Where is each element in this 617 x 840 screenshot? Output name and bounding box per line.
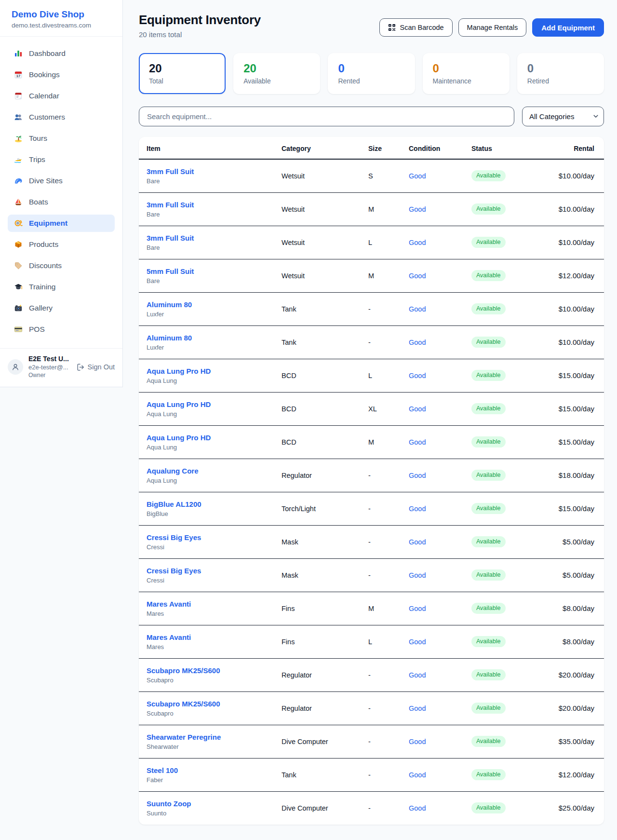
sidebar-item-tours[interactable]: Tours: [8, 130, 115, 147]
item-condition-link[interactable]: Good: [409, 638, 426, 646]
manage-rentals-button[interactable]: Manage Rentals: [458, 18, 527, 37]
item-name-link[interactable]: Scubapro MK25/S600: [147, 666, 220, 675]
add-equipment-button[interactable]: Add Equipment: [532, 18, 604, 37]
sidebar-item-customers[interactable]: Customers: [8, 108, 115, 126]
stat-card-maintenance[interactable]: 0 Maintenance: [423, 53, 510, 94]
calendar-icon: [14, 92, 23, 100]
item-name-link[interactable]: Steel 100: [147, 766, 178, 774]
table-row: BigBlue AL1200 BigBlue Torch/Light - Goo…: [139, 492, 604, 525]
item-condition-link[interactable]: Good: [409, 405, 426, 413]
status-badge: Available: [471, 370, 506, 381]
user-email: e2e-tester@...: [28, 364, 69, 371]
item-category: Torch/Light: [282, 492, 368, 525]
item-condition-link[interactable]: Good: [409, 738, 426, 745]
brand-link[interactable]: Demo Dive Shop: [12, 9, 111, 20]
item-condition-link[interactable]: Good: [409, 671, 426, 679]
table-row: Mares Avanti Mares Fins M Good Available…: [139, 592, 604, 625]
item-condition-link[interactable]: Good: [409, 771, 426, 779]
item-brand: BigBlue: [147, 510, 282, 517]
item-name-link[interactable]: Cressi Big Eyes: [147, 533, 201, 542]
sign-out-button[interactable]: Sign Out: [77, 363, 115, 371]
sidebar-item-gallery[interactable]: Gallery: [8, 299, 115, 317]
item-condition-link[interactable]: Good: [409, 472, 426, 479]
status-badge: Available: [471, 203, 506, 215]
item-name-link[interactable]: Shearwater Peregrine: [147, 733, 221, 741]
stat-card-rented[interactable]: 0 Rented: [328, 53, 415, 94]
sidebar-item-calendar[interactable]: Calendar: [8, 87, 115, 105]
item-name-link[interactable]: Cressi Big Eyes: [147, 567, 201, 575]
item-brand: Scubapro: [147, 710, 282, 717]
stat-card-available[interactable]: 20 Available: [233, 53, 320, 94]
sidebar-item-products[interactable]: Products: [8, 236, 115, 253]
item-rental: $35.00/day: [547, 725, 604, 758]
item-name-link[interactable]: 3mm Full Suit: [147, 234, 194, 242]
item-size: -: [368, 758, 409, 791]
sidebar-item-dive-sites[interactable]: Dive Sites: [8, 172, 115, 190]
sidebar-item-bookings[interactable]: 17 Bookings: [8, 66, 115, 83]
gallery-icon: [14, 304, 23, 312]
scan-barcode-button[interactable]: Scan Barcode: [379, 18, 452, 37]
category-select[interactable]: All Categories: [522, 107, 604, 126]
pos-icon: [14, 325, 23, 334]
item-condition-link[interactable]: Good: [409, 205, 426, 213]
item-name-link[interactable]: Aqua Lung Pro HD: [147, 400, 211, 408]
item-name-link[interactable]: Aqua Lung Pro HD: [147, 367, 211, 375]
item-category: Mask: [282, 558, 368, 592]
status-badge: Available: [471, 436, 506, 447]
item-condition-link[interactable]: Good: [409, 804, 426, 812]
item-rental: $12.00/day: [547, 259, 604, 292]
item-category: Mask: [282, 525, 368, 558]
item-condition-link[interactable]: Good: [409, 605, 426, 612]
stats-cards: 20 Total 20 Available 0 Rented 0 Mainten…: [139, 53, 604, 94]
item-condition-link[interactable]: Good: [409, 438, 426, 446]
item-category: Tank: [282, 325, 368, 359]
item-condition-link[interactable]: Good: [409, 339, 426, 346]
item-condition-link[interactable]: Good: [409, 239, 426, 246]
item-name-link[interactable]: Suunto Zoop: [147, 799, 191, 808]
item-name-link[interactable]: Aluminum 80: [147, 300, 192, 309]
item-name-link[interactable]: Aqualung Core: [147, 467, 199, 475]
sidebar-item-discounts[interactable]: Discounts: [8, 257, 115, 274]
item-name-link[interactable]: Mares Avanti: [147, 633, 191, 641]
item-name-link[interactable]: Mares Avanti: [147, 600, 191, 608]
sidebar-item-trips[interactable]: Trips: [8, 151, 115, 168]
item-condition-link[interactable]: Good: [409, 305, 426, 313]
sidebar-item-dashboard[interactable]: Dashboard: [8, 45, 115, 62]
item-rental: $10.00/day: [547, 325, 604, 359]
page-title: Equipment Inventory: [139, 13, 261, 27]
item-condition-link[interactable]: Good: [409, 505, 426, 513]
item-name-link[interactable]: 5mm Full Suit: [147, 267, 194, 275]
dashboard-icon: [14, 49, 23, 58]
table-row: Scubapro MK25/S600 Scubapro Regulator - …: [139, 691, 604, 725]
scan-barcode-label: Scan Barcode: [400, 24, 443, 31]
stat-label: Rented: [338, 77, 404, 85]
sidebar-item-training[interactable]: Training: [8, 278, 115, 296]
stat-value: 0: [527, 61, 594, 75]
item-condition-link[interactable]: Good: [409, 272, 426, 280]
item-rental: $20.00/day: [547, 691, 604, 725]
user-section: E2E Test U... e2e-tester@... Owner Sign …: [0, 348, 122, 382]
stat-card-total[interactable]: 20 Total: [139, 53, 226, 94]
item-condition-link[interactable]: Good: [409, 571, 426, 579]
item-name-link[interactable]: Scubapro MK25/S600: [147, 700, 220, 708]
item-condition-link[interactable]: Good: [409, 538, 426, 546]
item-name-link[interactable]: 3mm Full Suit: [147, 167, 194, 176]
stat-card-retired[interactable]: 0 Retired: [517, 53, 604, 94]
item-name-link[interactable]: Aqua Lung Pro HD: [147, 434, 211, 442]
item-name-link[interactable]: Aluminum 80: [147, 334, 192, 342]
item-category: Fins: [282, 625, 368, 658]
sidebar-item-pos[interactable]: POS: [8, 321, 115, 338]
item-category: Dive Computer: [282, 791, 368, 825]
search-input[interactable]: [139, 107, 514, 126]
item-condition-link[interactable]: Good: [409, 372, 426, 379]
sidebar-item-boats[interactable]: Boats: [8, 193, 115, 211]
item-size: -: [368, 459, 409, 492]
item-name-link[interactable]: 3mm Full Suit: [147, 201, 194, 209]
item-condition-link[interactable]: Good: [409, 172, 426, 180]
sidebar-item-equipment[interactable]: Equipment: [8, 215, 115, 232]
item-name-link[interactable]: BigBlue AL1200: [147, 500, 201, 508]
item-category: Regulator: [282, 691, 368, 725]
item-size: M: [368, 259, 409, 292]
item-brand: Aqua Lung: [147, 377, 282, 384]
item-condition-link[interactable]: Good: [409, 705, 426, 712]
